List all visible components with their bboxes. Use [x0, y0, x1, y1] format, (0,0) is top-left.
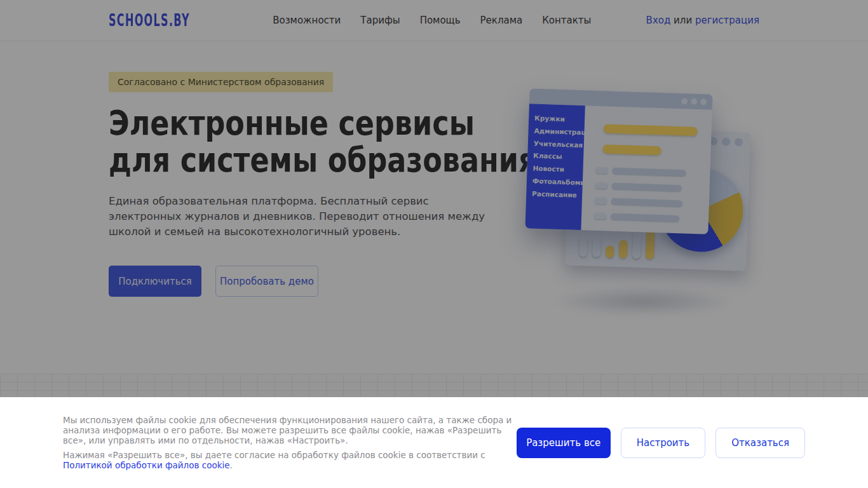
cookie-paragraph-1: Мы используем файлы cookie для обеспечен… — [63, 415, 517, 445]
cookie-paragraph-2-period: . — [230, 460, 233, 470]
page-background: SCHOOLS.BY Возможности Тарифы Помощь Рек… — [0, 0, 868, 488]
cookie-paragraph-2: Нажимая «Разрешить все», вы даете соглас… — [63, 450, 517, 470]
decline-cookies-button[interactable]: Отказаться — [715, 428, 805, 458]
cookie-text-block: Мы используем файлы cookie для обеспечен… — [63, 415, 517, 470]
cookie-policy-link[interactable]: Политикой обработки файлов cookie — [63, 460, 230, 470]
allow-all-cookies-button[interactable]: Разрешить все — [517, 428, 611, 458]
configure-cookies-button[interactable]: Настроить — [621, 428, 705, 458]
cookie-paragraph-2-text: Нажимая «Разрешить все», вы даете соглас… — [63, 450, 485, 460]
cookie-consent-banner: Мы используем файлы cookie для обеспечен… — [0, 397, 868, 488]
cookie-actions: Разрешить все Настроить Отказаться — [517, 428, 805, 458]
